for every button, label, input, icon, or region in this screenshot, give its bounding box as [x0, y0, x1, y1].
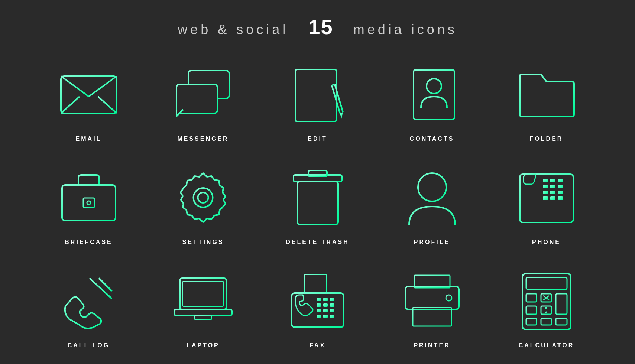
svg-point-39 — [194, 188, 213, 207]
svg-rect-57 — [543, 191, 548, 194]
messenger-label: MESSENGER — [177, 136, 229, 142]
icon-item-email: EMAIL — [39, 61, 139, 142]
svg-rect-73 — [174, 309, 232, 315]
svg-rect-62 — [558, 196, 563, 200]
icon-item-delete-trash: DELETE TRASH — [268, 165, 367, 246]
svg-rect-51 — [543, 179, 548, 182]
icon-item-profile: PROFILE — [382, 165, 482, 246]
svg-rect-120 — [526, 318, 537, 325]
email-icon — [55, 61, 122, 128]
svg-rect-58 — [550, 191, 555, 194]
briefcase-label: BRIEFCASE — [65, 239, 112, 246]
svg-point-98 — [446, 295, 452, 301]
svg-rect-97 — [405, 286, 459, 309]
svg-rect-87 — [330, 303, 334, 307]
svg-line-2 — [89, 76, 117, 97]
icon-item-contacts: CONTACTS — [382, 61, 482, 142]
svg-rect-53 — [558, 179, 563, 182]
svg-rect-92 — [323, 315, 328, 318]
icon-item-printer: PRINTER — [382, 268, 482, 349]
svg-rect-82 — [317, 298, 321, 301]
laptop-label: LAPTOP — [187, 342, 220, 349]
delete-trash-icon — [284, 165, 351, 231]
svg-rect-89 — [323, 309, 328, 312]
svg-rect-32 — [414, 70, 454, 120]
icon-item-calculator: CALCULATOR — [497, 268, 596, 349]
svg-point-116 — [545, 311, 547, 313]
icon-item-call-log: CALL LOG — [39, 268, 139, 349]
phone-label: PHONE — [532, 239, 561, 246]
svg-rect-72 — [183, 281, 223, 306]
svg-point-40 — [198, 192, 208, 203]
svg-rect-59 — [558, 191, 563, 194]
svg-rect-77 — [304, 274, 327, 293]
title-suffix: media icons — [353, 22, 457, 37]
svg-rect-104 — [526, 277, 567, 289]
delete-trash-label: DELETE TRASH — [286, 239, 349, 246]
icons-grid: EMAIL — [39, 61, 596, 349]
fax-label: FAX — [310, 342, 325, 349]
icon-item-laptop: LAPTOP — [153, 268, 253, 349]
messenger-icon — [170, 61, 237, 128]
icon-item-settings: SETTINGS — [153, 165, 253, 246]
briefcase-icon — [55, 165, 122, 231]
svg-rect-55 — [550, 185, 555, 188]
svg-line-3 — [61, 97, 80, 113]
svg-rect-85 — [317, 303, 321, 307]
contacts-icon — [399, 61, 466, 128]
edit-label: EDIT — [308, 136, 327, 142]
email-label: EMAIL — [76, 136, 102, 142]
title-number: 15 — [308, 15, 333, 39]
title-prefix: web & social — [178, 22, 288, 37]
laptop-icon — [170, 268, 237, 335]
call-log-label: CALL LOG — [68, 342, 110, 349]
page-title: web & social 15 media icons — [178, 15, 457, 39]
svg-point-33 — [427, 79, 441, 94]
settings-icon — [170, 165, 237, 231]
svg-rect-122 — [556, 318, 567, 325]
svg-rect-91 — [317, 315, 321, 318]
fax-icon — [284, 268, 351, 335]
calculator-icon — [513, 268, 580, 335]
svg-rect-71 — [180, 278, 226, 309]
icon-item-phone: PHONE — [497, 165, 596, 246]
svg-rect-60 — [543, 196, 548, 200]
icon-item-edit: EDIT — [268, 61, 367, 142]
icon-item-fax: FAX — [268, 268, 367, 349]
svg-rect-52 — [550, 179, 555, 182]
svg-point-115 — [545, 307, 547, 309]
icon-item-folder: FOLDER — [497, 61, 596, 142]
edit-icon — [284, 61, 351, 128]
folder-icon — [513, 61, 580, 128]
svg-point-49 — [418, 173, 446, 201]
icon-item-briefcase: BRIEFCASE — [39, 165, 139, 246]
svg-rect-86 — [323, 303, 328, 307]
printer-label: PRINTER — [414, 342, 450, 349]
calculator-label: CALCULATOR — [519, 342, 574, 349]
svg-line-4 — [98, 97, 117, 113]
svg-line-1 — [61, 76, 89, 97]
svg-rect-84 — [330, 298, 334, 301]
svg-rect-90 — [330, 309, 334, 312]
svg-marker-27 — [340, 112, 343, 119]
svg-rect-83 — [323, 298, 328, 301]
phone-icon — [513, 165, 580, 231]
call-log-icon — [55, 268, 122, 335]
settings-label: SETTINGS — [182, 239, 224, 246]
svg-rect-93 — [330, 315, 334, 318]
contacts-label: CONTACTS — [410, 136, 454, 142]
profile-icon — [399, 165, 466, 231]
folder-label: FOLDER — [530, 136, 563, 142]
printer-icon — [399, 268, 466, 335]
svg-rect-61 — [550, 196, 555, 200]
svg-rect-88 — [317, 309, 321, 312]
icon-item-messenger: MESSENGER — [153, 61, 253, 142]
svg-rect-121 — [541, 318, 551, 325]
svg-rect-56 — [558, 185, 563, 188]
profile-label: PROFILE — [414, 239, 450, 246]
svg-line-26 — [332, 84, 335, 85]
svg-rect-54 — [543, 185, 548, 188]
svg-rect-117 — [556, 294, 567, 314]
